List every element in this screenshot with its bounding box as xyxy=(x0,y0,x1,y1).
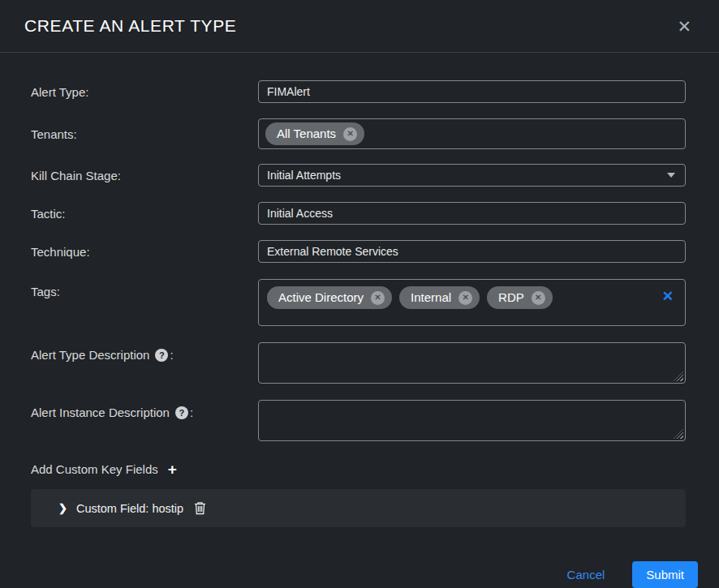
clear-tags-icon[interactable]: ✕ xyxy=(662,290,674,303)
tactic-input[interactable] xyxy=(258,202,686,225)
alert-type-row: Alert Type: xyxy=(31,80,686,103)
alert-type-description-row: Alert Type Description ? : xyxy=(31,342,686,384)
remove-chip-icon[interactable]: ✕ xyxy=(532,291,545,305)
technique-label: Technique: xyxy=(31,245,258,259)
tag-chip: Internal ✕ xyxy=(399,286,480,309)
kill-chain-stage-select[interactable]: Initial Attempts xyxy=(258,164,686,187)
close-icon[interactable]: ✕ xyxy=(674,16,695,36)
tenants-label-text: Tenants: xyxy=(31,127,77,141)
alert-type-label: Alert Type: xyxy=(31,85,258,99)
tag-chip-label: RDP xyxy=(498,290,524,306)
alert-type-description-textarea[interactable] xyxy=(258,342,686,384)
remove-chip-icon[interactable]: ✕ xyxy=(459,291,472,305)
alert-instance-description-row: Alert Instance Description ? : xyxy=(31,400,686,441)
cancel-button[interactable]: Cancel xyxy=(562,567,610,582)
kill-chain-stage-label-text: Kill Chain Stage: xyxy=(31,169,121,182)
tenant-chip-label: All Tenants xyxy=(277,126,336,142)
alert-instance-description-label: Alert Instance Description ? : xyxy=(31,406,258,419)
alert-type-input[interactable] xyxy=(258,80,686,103)
add-custom-key-fields-row: Add Custom Key Fields + xyxy=(31,461,686,477)
help-icon[interactable]: ? xyxy=(155,349,168,362)
modal-body: Alert Type: Tenants: All Tenants ✕ xyxy=(0,53,719,549)
modal-title: CREATE AN ALERT TYPE xyxy=(24,16,236,36)
tag-chip: RDP ✕ xyxy=(487,286,553,309)
add-custom-key-fields-label: Add Custom Key Fields xyxy=(31,462,158,476)
alert-type-description-label: Alert Type Description ? : xyxy=(31,348,258,362)
alert-instance-description-label-text: Alert Instance Description xyxy=(31,406,170,419)
alert-instance-description-textarea[interactable] xyxy=(258,400,686,441)
modal-footer: Cancel Submit xyxy=(0,549,719,588)
tactic-label-text: Tactic: xyxy=(31,207,66,221)
tags-input[interactable]: Active Directory ✕ Internal ✕ RDP ✕ ✕ xyxy=(258,279,686,326)
modal-header: CREATE AN ALERT TYPE ✕ xyxy=(0,0,719,53)
alert-type-label-text: Alert Type: xyxy=(31,85,88,99)
submit-button[interactable]: Submit xyxy=(632,561,698,588)
tag-chip: Active Directory ✕ xyxy=(267,286,392,309)
label-colon: : xyxy=(190,406,193,419)
help-icon[interactable]: ? xyxy=(175,406,188,419)
tags-label-text: Tags: xyxy=(31,285,60,298)
tenant-chip: All Tenants ✕ xyxy=(265,122,364,145)
tenants-label: Tenants: xyxy=(31,127,258,141)
alert-type-description-label-text: Alert Type Description xyxy=(31,348,149,362)
tenants-input[interactable]: All Tenants ✕ xyxy=(258,118,686,149)
kill-chain-stage-label: Kill Chain Stage: xyxy=(31,169,258,182)
chevron-down-icon xyxy=(667,173,675,178)
remove-chip-icon[interactable]: ✕ xyxy=(371,291,385,305)
technique-label-text: Technique: xyxy=(31,245,90,259)
tag-chip-label: Internal xyxy=(411,290,451,306)
trash-icon[interactable] xyxy=(194,501,206,515)
tags-row: Tags: Active Directory ✕ Internal ✕ RDP … xyxy=(31,279,686,326)
plus-icon[interactable]: + xyxy=(168,461,177,477)
tags-label: Tags: xyxy=(31,285,258,298)
tag-chip-label: Active Directory xyxy=(278,290,364,306)
tenants-row: Tenants: All Tenants ✕ xyxy=(31,118,686,149)
tactic-row: Tactic: xyxy=(31,202,686,225)
tactic-label: Tactic: xyxy=(31,207,258,221)
custom-field-label: Custom Field: hostip xyxy=(76,502,183,515)
custom-field-panel[interactable]: ❯ Custom Field: hostip xyxy=(31,489,686,527)
kill-chain-stage-row: Kill Chain Stage: Initial Attempts xyxy=(31,164,686,187)
create-alert-type-modal: CREATE AN ALERT TYPE ✕ Alert Type: Tenan… xyxy=(0,0,719,588)
technique-input[interactable] xyxy=(258,240,686,263)
chevron-right-icon[interactable]: ❯ xyxy=(58,502,67,514)
remove-chip-icon[interactable]: ✕ xyxy=(343,127,357,141)
technique-row: Technique: xyxy=(31,240,686,263)
kill-chain-stage-value: Initial Attempts xyxy=(267,169,341,182)
label-colon: : xyxy=(170,348,173,362)
